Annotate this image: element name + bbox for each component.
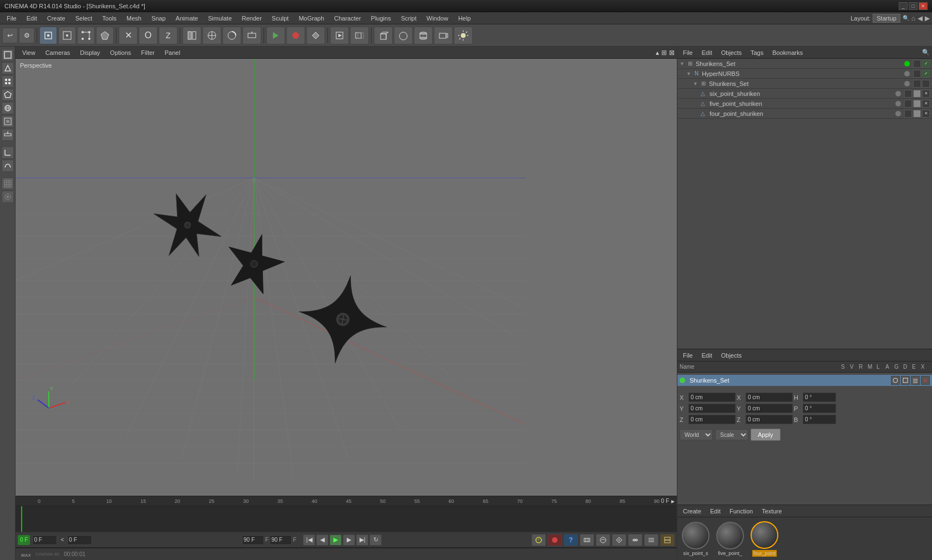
polygons-mode-button[interactable] [96, 27, 114, 44]
am-obj-icon-1[interactable] [891, 376, 900, 385]
frame-max-input[interactable] [270, 535, 292, 545]
undo-button[interactable]: ↩ [2, 28, 18, 43]
menu-mograph[interactable]: MoGraph [294, 13, 328, 23]
settings-button[interactable]: ⚙ [19, 28, 34, 43]
motion3-btn[interactable] [612, 534, 626, 546]
om-cb-mat-5[interactable] [913, 100, 921, 108]
play-fwd-button[interactable]: ▶ [330, 534, 342, 546]
om-cb-2-1[interactable] [913, 70, 921, 78]
menu-help[interactable]: Help [454, 13, 475, 23]
record-btn[interactable] [548, 534, 562, 546]
goto-end-button[interactable]: ▶| [356, 534, 368, 546]
om-menu-file[interactable]: File [680, 48, 696, 58]
help-btn[interactable]: ? [564, 534, 578, 546]
om-cb-check-5[interactable]: ✕ [922, 100, 930, 108]
menu-edit[interactable]: Edit [22, 13, 42, 23]
om-row-shurikens-set-child[interactable]: ▼ ⊞ Shurikens_Set [677, 79, 932, 89]
loop-button[interactable]: ↻ [369, 534, 382, 546]
world-dropdown[interactable]: World Object [680, 429, 713, 440]
om-cb-1-1[interactable] [913, 60, 921, 68]
am-val-h[interactable] [803, 393, 836, 402]
om-cb-4-1[interactable] [904, 90, 912, 98]
menu-create[interactable]: Create [43, 13, 70, 23]
mb-menu-function[interactable]: Function [726, 506, 756, 516]
close-button[interactable]: ✕ [919, 2, 928, 10]
left-btn-11[interactable] [2, 191, 14, 203]
am-val-y1[interactable] [688, 404, 736, 413]
tool1-button[interactable] [183, 27, 201, 44]
am-val-b[interactable] [803, 415, 836, 424]
am-menu-edit[interactable]: Edit [698, 350, 716, 360]
om-dot-1[interactable] [904, 61, 910, 67]
frame-input2[interactable] [67, 535, 92, 545]
om-cb-2-2[interactable]: ✓ [922, 70, 930, 78]
left-btn-1[interactable] [2, 49, 14, 61]
light-button[interactable] [454, 27, 473, 44]
frame-input[interactable] [32, 535, 57, 545]
left-btn-6[interactable] [2, 115, 14, 128]
om-dot-4[interactable] [895, 91, 901, 96]
mb-menu-edit[interactable]: Edit [707, 506, 724, 516]
menu-snap[interactable]: Snap [147, 13, 170, 23]
left-btn-9[interactable] [2, 160, 14, 172]
timeline-expand-btn[interactable]: ▸ [671, 497, 675, 505]
am-val-z2[interactable] [746, 415, 793, 424]
viewport-menu-display[interactable]: Display [75, 48, 104, 58]
viewport-ctrl-2[interactable]: ⊞ [661, 49, 667, 57]
om-cb-check-4[interactable]: ✕ [922, 90, 930, 98]
minimize-button[interactable]: _ [899, 2, 908, 10]
left-btn-2[interactable] [2, 62, 14, 74]
viewport-ctrl-1[interactable]: ▴ [656, 49, 659, 57]
frame-end-input[interactable] [242, 535, 264, 545]
viewport-menu-panel[interactable]: Panel [160, 48, 185, 58]
viewport-menu-view[interactable]: View [18, 48, 40, 58]
step-back-button[interactable]: ◀ [316, 534, 328, 546]
left-btn-7[interactable] [2, 129, 14, 141]
motion-btn[interactable] [580, 534, 594, 546]
menu-file[interactable]: File [2, 13, 21, 23]
menu-mesh[interactable]: Mesh [122, 13, 146, 23]
left-btn-3[interactable] [2, 75, 14, 88]
om-menu-edit[interactable]: Edit [698, 48, 716, 58]
keyframe-button[interactable] [306, 27, 325, 44]
mb-menu-texture[interactable]: Texture [758, 506, 785, 516]
menu-sculpt[interactable]: Sculpt [267, 13, 293, 23]
left-btn-10[interactable] [2, 177, 14, 190]
menu-window[interactable]: Window [422, 13, 453, 23]
rotate-tool-button[interactable]: Z [159, 27, 178, 44]
om-dot-2[interactable] [904, 71, 910, 77]
tool2-button[interactable] [202, 27, 221, 44]
menu-simulate[interactable]: Simulate [204, 13, 236, 23]
motion4-btn[interactable] [628, 534, 642, 546]
next-layout-icon[interactable]: ▶ [925, 14, 930, 22]
am-close-icon[interactable]: ✕ [921, 376, 930, 385]
cube-button[interactable] [374, 27, 393, 44]
left-btn-4[interactable] [2, 89, 14, 101]
om-cb-6-1[interactable] [904, 110, 912, 118]
om-cb-3-1[interactable] [913, 80, 921, 88]
om-cb-check-6[interactable]: ✕ [922, 110, 930, 118]
menu-select[interactable]: Select [71, 13, 97, 23]
dope-btn[interactable] [644, 534, 659, 546]
om-row-four-point[interactable]: △ four_point_shuriken ✕ [677, 109, 932, 119]
om-row-six-point[interactable]: △ six_point_shuriken ✕ [677, 89, 932, 99]
record-button[interactable] [286, 27, 305, 44]
search-icon[interactable]: 🔍 [903, 15, 909, 21]
prev-layout-icon[interactable]: ◀ [918, 14, 923, 22]
play-button[interactable] [266, 27, 285, 44]
viewport-canvas[interactable]: Perspective [16, 59, 677, 496]
edges-mode-button[interactable] [77, 27, 95, 44]
step-fwd-button[interactable]: ▶ [343, 534, 355, 546]
viewport-ctrl-3[interactable]: ⊠ [669, 49, 675, 57]
menu-plugins[interactable]: Plugins [367, 13, 396, 23]
am-selected-object-row[interactable]: Shurikens_Set ✕ [677, 375, 932, 386]
om-menu-bookmarks[interactable]: Bookmarks [769, 48, 806, 58]
mb-menu-create[interactable]: Create [680, 506, 705, 516]
timeline-track[interactable] [16, 506, 677, 532]
om-row-shurikens-set[interactable]: ▼ ⊞ Shurikens_Set ✓ [677, 59, 932, 69]
am-menu-file[interactable]: File [680, 350, 696, 360]
om-row-five-point[interactable]: △ five_point_shuriken ✕ [677, 99, 932, 109]
om-cb-5-1[interactable] [904, 100, 912, 108]
viewport-menu-filter[interactable]: Filter [136, 48, 159, 58]
viewport-menu-cameras[interactable]: Cameras [41, 48, 75, 58]
